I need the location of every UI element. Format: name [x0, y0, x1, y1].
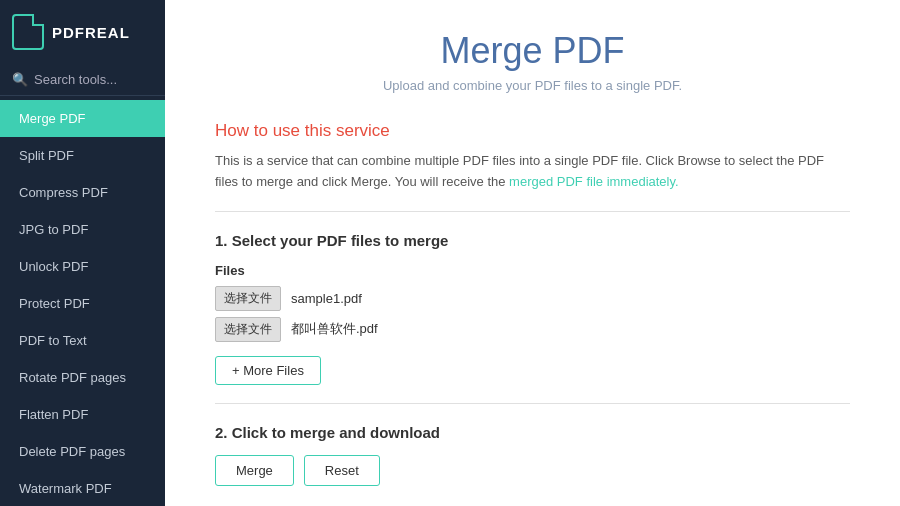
description: This is a service that can combine multi…	[215, 151, 850, 193]
highlight-text: merged PDF file immediately.	[509, 174, 679, 189]
search-icon: 🔍	[12, 72, 28, 87]
sidebar-item-delete-pdf-pages[interactable]: Delete PDF pages	[0, 433, 165, 470]
search-input[interactable]	[34, 72, 153, 87]
logo-text: PDFREAL	[52, 24, 130, 41]
search-bar[interactable]: 🔍	[0, 64, 165, 96]
sidebar-item-compress-pdf[interactable]: Compress PDF	[0, 174, 165, 211]
page-title: Merge PDF	[215, 30, 850, 72]
action-row: Merge Reset	[215, 455, 850, 486]
sidebar: PDFREAL 🔍 Merge PDFSplit PDFCompress PDF…	[0, 0, 165, 506]
file1-name: sample1.pdf	[291, 291, 362, 306]
sidebar-item-unlock-pdf[interactable]: Unlock PDF	[0, 248, 165, 285]
sidebar-item-jpg-to-pdf[interactable]: JPG to PDF	[0, 211, 165, 248]
file1-choose-btn[interactable]: 选择文件	[215, 286, 281, 311]
file-row-1: 选择文件 sample1.pdf	[215, 286, 850, 311]
sidebar-item-protect-pdf[interactable]: Protect PDF	[0, 285, 165, 322]
how-to-heading: How to use this service	[215, 121, 850, 141]
sidebar-item-flatten-pdf[interactable]: Flatten PDF	[0, 396, 165, 433]
file2-name: 都叫兽软件.pdf	[291, 320, 378, 338]
reset-button[interactable]: Reset	[304, 455, 380, 486]
sidebar-item-watermark-pdf[interactable]: Watermark PDF	[0, 470, 165, 506]
sidebar-item-merge-pdf[interactable]: Merge PDF	[0, 100, 165, 137]
divider-1	[215, 211, 850, 212]
merge-button[interactable]: Merge	[215, 455, 294, 486]
sidebar-item-pdf-to-text[interactable]: PDF to Text	[0, 322, 165, 359]
logo-icon	[12, 14, 44, 50]
file-row-2: 选择文件 都叫兽软件.pdf	[215, 317, 850, 342]
file2-choose-btn[interactable]: 选择文件	[215, 317, 281, 342]
sidebar-nav: Merge PDFSplit PDFCompress PDFJPG to PDF…	[0, 100, 165, 506]
page-subtitle: Upload and combine your PDF files to a s…	[215, 78, 850, 93]
step2-heading: 2. Click to merge and download	[215, 424, 850, 441]
divider-2	[215, 403, 850, 404]
step1-heading: 1. Select your PDF files to merge	[215, 232, 850, 249]
more-files-button[interactable]: + More Files	[215, 356, 321, 385]
files-label: Files	[215, 263, 850, 278]
sidebar-item-rotate-pdf[interactable]: Rotate PDF pages	[0, 359, 165, 396]
sidebar-item-split-pdf[interactable]: Split PDF	[0, 137, 165, 174]
logo: PDFREAL	[0, 0, 165, 64]
main-content: Merge PDF Upload and combine your PDF fi…	[165, 0, 900, 506]
